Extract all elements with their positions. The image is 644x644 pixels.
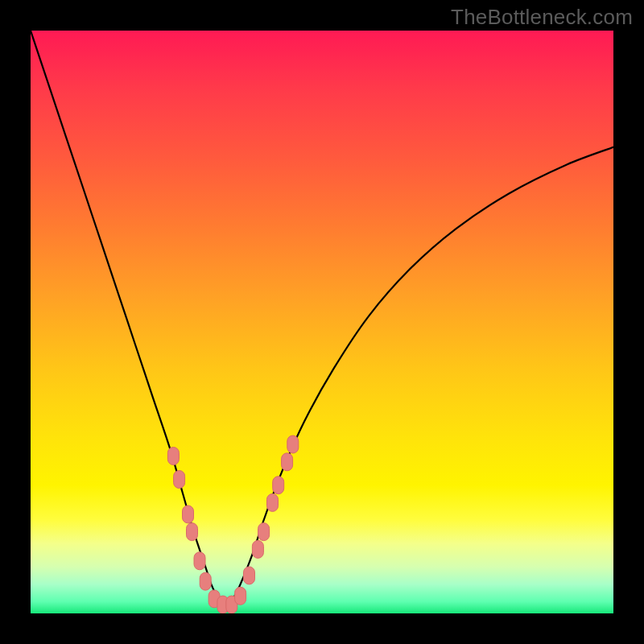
marker [194,552,205,570]
marker [267,493,279,511]
marker [287,436,299,453]
marker [252,540,263,558]
marker [174,471,185,489]
marker [244,567,255,584]
marker [167,448,179,465]
marker [258,523,270,541]
marker [273,477,284,494]
marker [235,587,246,605]
chart-frame: TheBottleneck.com [0,0,644,644]
marker [282,453,293,471]
v-curve [31,31,613,602]
plot-area [31,31,613,613]
marker [187,523,198,541]
marker [200,572,211,590]
curve-markers [167,436,298,613]
curve-svg [31,31,613,613]
marker [183,506,194,523]
watermark-text: TheBottleneck.com [451,5,633,30]
